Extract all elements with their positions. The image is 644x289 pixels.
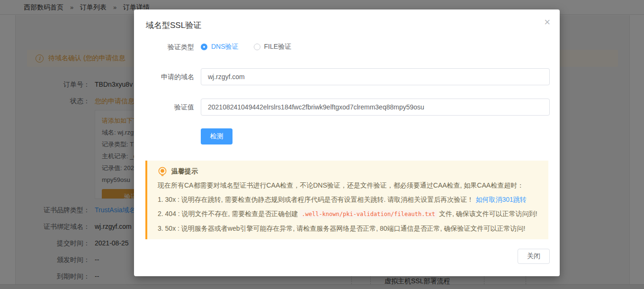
cancel-301-link[interactable]: 如何取消301跳转 bbox=[475, 196, 526, 203]
domain-input[interactable] bbox=[201, 68, 550, 85]
modal-title: 域名型SSL验证 bbox=[146, 20, 201, 31]
notice-intro: 现在所有CA都需要对域名型证书进行CAA检查，不论DNS验证，还是文件验证，都必… bbox=[158, 178, 540, 192]
radio-file-validation[interactable]: FILE验证 bbox=[254, 43, 292, 51]
notice-title: 温馨提示 bbox=[171, 167, 198, 176]
radio-dns-label: DNS验证 bbox=[211, 43, 239, 51]
check-button[interactable]: 检测 bbox=[201, 128, 233, 144]
fileauth-path-code: .well-known/pki-validation/fileauth.txt bbox=[300, 210, 437, 218]
close-button[interactable]: 关闭 bbox=[518, 249, 550, 264]
lightbulb-icon bbox=[158, 167, 167, 176]
domain-label: 申请的域名 bbox=[134, 73, 194, 81]
radio-file-label: FILE验证 bbox=[264, 43, 292, 51]
notice-item-404: 2. 404 : 说明文件不存在, 需要检查是否正确创建 .well-known… bbox=[158, 207, 540, 221]
radio-unselected-icon bbox=[254, 44, 260, 50]
validation-type-label: 验证类型 bbox=[134, 43, 194, 52]
notice-item-30x-text: 1. 30x : 说明存在跳转, 需要检查伪静态规则或者程序代码是否有设置相关跳… bbox=[158, 196, 474, 203]
validation-value-input[interactable] bbox=[201, 99, 550, 116]
radio-selected-icon bbox=[201, 44, 207, 50]
notice-item-50x: 3. 50x : 说明服务器或者web引擎可能存在异常, 请检查服务器网络是否正… bbox=[158, 221, 540, 235]
validation-value-label: 验证值 bbox=[134, 103, 194, 112]
close-icon[interactable]: × bbox=[544, 17, 550, 27]
notice-item-404-pre: 2. 404 : 说明文件不存在, 需要检查是否正确创建 bbox=[158, 210, 300, 217]
notice-header: 温馨提示 bbox=[158, 167, 540, 176]
notice-item-30x: 1. 30x : 说明存在跳转, 需要检查伪静态规则或者程序代码是否有设置相关跳… bbox=[158, 192, 540, 207]
ssl-validation-modal: 域名型SSL验证 × 验证类型 DNS验证 FILE验证 申请的域名 验证值 检… bbox=[134, 9, 560, 276]
radio-dns-validation[interactable]: DNS验证 bbox=[201, 43, 239, 51]
validation-type-radio-group: DNS验证 FILE验证 bbox=[201, 43, 291, 51]
notice-item-404-post: 文件, 确保该文件可以正常访问到! bbox=[437, 210, 537, 217]
notice-box: 温馨提示 现在所有CA都需要对域名型证书进行CAA检查，不论DNS验证，还是文件… bbox=[145, 161, 548, 239]
